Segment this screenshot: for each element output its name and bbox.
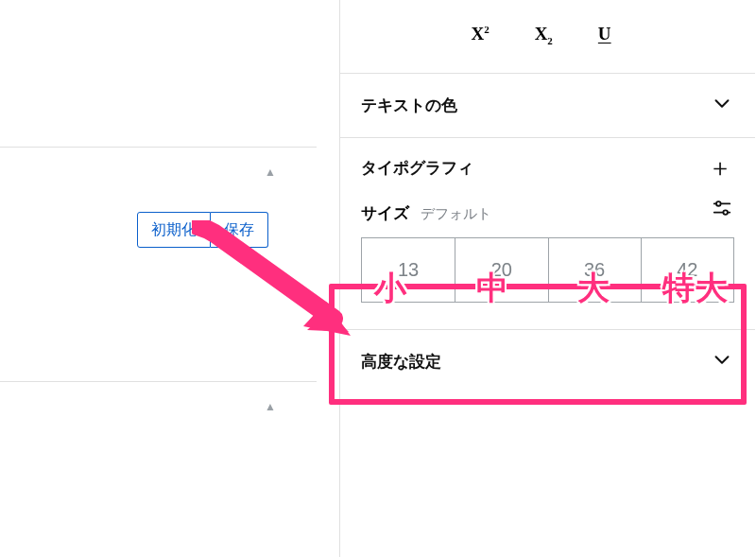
panel-advanced-label: 高度な設定	[361, 351, 441, 373]
chevron-down-icon	[712, 349, 732, 374]
left-area: ▲ 初期化 保存 ▲	[0, 0, 317, 557]
panel-typography-label: タイポグラフィ	[361, 157, 473, 179]
collapse-up-icon[interactable]: ▲	[265, 400, 276, 413]
font-size-option[interactable]: 20	[455, 238, 547, 302]
font-size-segmented: 13 20 36 42	[361, 237, 734, 303]
font-size-label: サイズ	[361, 204, 409, 222]
panel-typography: タイポグラフィ ＋ サイズ デフォルト 13 20 36 42	[340, 137, 755, 329]
plus-icon: ＋	[708, 161, 732, 176]
action-button-row: 初期化 保存	[137, 212, 268, 248]
collapse-up-icon[interactable]: ▲	[265, 165, 276, 179]
font-size-option[interactable]: 36	[548, 238, 641, 302]
chevron-down-icon	[712, 93, 732, 118]
reset-button[interactable]: 初期化	[137, 212, 211, 248]
save-button[interactable]: 保存	[211, 212, 268, 248]
underline-button[interactable]: U	[598, 25, 611, 46]
sliders-icon[interactable]	[712, 198, 732, 218]
panel-text-color-label: テキストの色	[361, 95, 457, 116]
divider	[0, 147, 317, 148]
font-size-header: サイズ デフォルト	[340, 198, 755, 237]
panel-advanced[interactable]: 高度な設定	[340, 329, 755, 393]
text-format-toolbar: X2 X2 U	[312, 0, 755, 73]
superscript-button[interactable]: X2	[471, 25, 489, 46]
font-size-option[interactable]: 13	[362, 238, 455, 302]
subscript-button[interactable]: X2	[535, 25, 553, 46]
divider	[0, 381, 317, 382]
panel-text-color[interactable]: テキストの色	[340, 73, 755, 137]
panel-typography-header[interactable]: タイポグラフィ ＋	[340, 157, 755, 198]
font-size-default: デフォルト	[421, 205, 491, 221]
settings-sidebar: X2 X2 U テキストの色 タイポグラフィ ＋ サイズ デフォルト	[339, 0, 755, 557]
svg-point-3	[723, 210, 728, 215]
font-size-option[interactable]: 42	[641, 238, 733, 302]
svg-point-1	[716, 201, 721, 206]
